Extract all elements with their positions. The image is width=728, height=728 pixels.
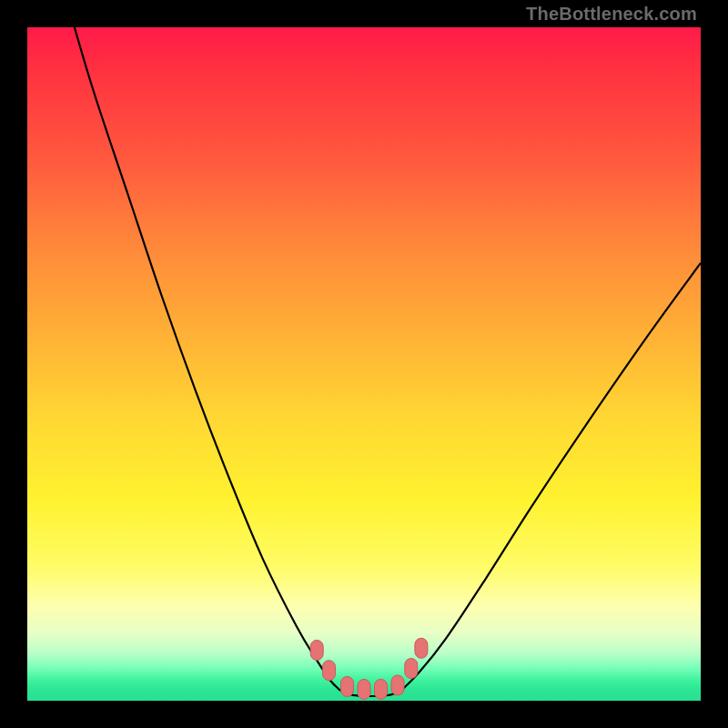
- trough-marker: [341, 676, 354, 696]
- bottleneck-curve: [27, 27, 701, 701]
- trough-marker: [415, 638, 428, 658]
- trough-marker: [375, 679, 388, 699]
- curve-left: [75, 27, 340, 691]
- trough-marker: [323, 661, 336, 681]
- attribution-text: TheBottleneck.com: [526, 4, 697, 25]
- trough-marker: [310, 641, 323, 661]
- trough-marker: [391, 675, 404, 695]
- trough-marker: [405, 658, 418, 678]
- trough-marker: [358, 679, 370, 699]
- plot-area: [27, 27, 701, 701]
- curve-right: [401, 263, 701, 691]
- trough-marker-group: [310, 638, 428, 699]
- chart-frame: TheBottleneck.com: [0, 0, 728, 728]
